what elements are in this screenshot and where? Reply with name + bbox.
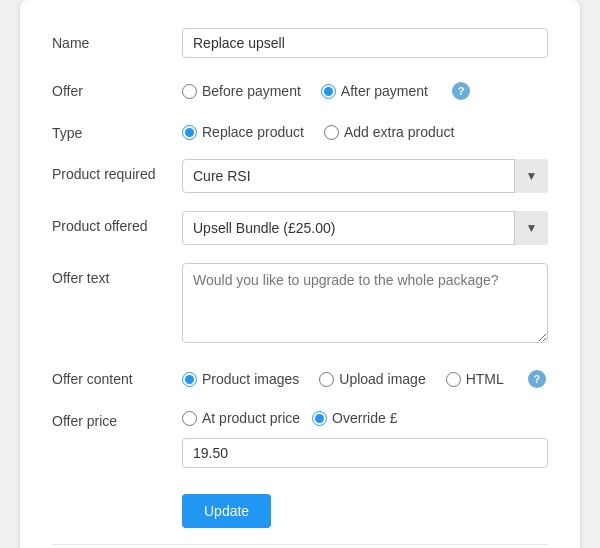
override-price-input[interactable] [182, 438, 548, 468]
content-upload-image-radio[interactable] [319, 372, 334, 387]
type-extra-text: Add extra product [344, 124, 455, 140]
product-offered-row: Product offered Upsell Bundle (£25.00) ▼ [52, 211, 548, 245]
content-upload-image-text: Upload image [339, 371, 425, 387]
type-row: Type Replace product Add extra product [52, 118, 548, 141]
offer-before-radio[interactable] [182, 84, 197, 99]
offer-price-options: At product price Override £ [182, 406, 548, 468]
content-help-icon[interactable]: ? [528, 370, 546, 388]
product-required-label: Product required [52, 159, 182, 182]
product-offered-wrapper: Upsell Bundle (£25.00) ▼ [182, 211, 548, 245]
type-label: Type [52, 118, 182, 141]
type-extra-radio[interactable] [324, 125, 339, 140]
offer-after-radio[interactable] [321, 84, 336, 99]
product-required-select[interactable]: Cure RSI ▼ [182, 159, 548, 193]
price-at-product-label[interactable]: At product price [182, 410, 300, 426]
price-at-product-text: At product price [202, 410, 300, 426]
offer-row: Offer Before payment After payment ? [52, 76, 548, 100]
content-upload-image-label[interactable]: Upload image [319, 371, 425, 387]
content-html-text: HTML [466, 371, 504, 387]
card-footer: View sales stats Delete [52, 544, 548, 548]
update-row: Update [52, 486, 548, 536]
offer-before-text: Before payment [202, 83, 301, 99]
product-required-row: Product required Cure RSI ▼ [52, 159, 548, 193]
price-override-label[interactable]: Override £ [312, 410, 397, 426]
name-input[interactable] [182, 28, 548, 58]
type-options: Replace product Add extra product [182, 118, 548, 140]
product-offered-arrow: ▼ [514, 211, 548, 245]
product-offered-label: Product offered [52, 211, 182, 234]
offer-price-row: Offer price At product price Override £ [52, 406, 548, 468]
offer-label: Offer [52, 76, 182, 99]
offer-before-label[interactable]: Before payment [182, 83, 301, 99]
content-product-images-label[interactable]: Product images [182, 371, 299, 387]
offer-after-label[interactable]: After payment [321, 83, 428, 99]
offer-text-input[interactable] [182, 263, 548, 343]
product-required-value[interactable]: Cure RSI [182, 159, 548, 193]
content-product-images-radio[interactable] [182, 372, 197, 387]
name-row: Name [52, 28, 548, 58]
name-field-wrapper [182, 28, 548, 58]
offer-text-wrapper [182, 263, 548, 346]
price-at-product-radio[interactable] [182, 411, 197, 426]
offer-content-label: Offer content [52, 364, 182, 387]
type-extra-label[interactable]: Add extra product [324, 124, 455, 140]
form-card: Name Offer Before payment After payment … [20, 0, 580, 548]
product-required-wrapper: Cure RSI ▼ [182, 159, 548, 193]
offer-after-text: After payment [341, 83, 428, 99]
offer-text-row: Offer text [52, 263, 548, 346]
update-button[interactable]: Update [182, 494, 271, 528]
offer-price-label: Offer price [52, 406, 182, 429]
name-label: Name [52, 28, 182, 51]
offer-help-icon[interactable]: ? [452, 82, 470, 100]
type-replace-radio[interactable] [182, 125, 197, 140]
content-html-radio[interactable] [446, 372, 461, 387]
type-replace-label[interactable]: Replace product [182, 124, 304, 140]
product-offered-value[interactable]: Upsell Bundle (£25.00) [182, 211, 548, 245]
offer-options: Before payment After payment ? [182, 76, 548, 100]
price-override-radio[interactable] [312, 411, 327, 426]
offer-content-row: Offer content Product images Upload imag… [52, 364, 548, 388]
offer-content-options: Product images Upload image HTML ? [182, 364, 548, 388]
type-replace-text: Replace product [202, 124, 304, 140]
product-offered-select[interactable]: Upsell Bundle (£25.00) ▼ [182, 211, 548, 245]
content-product-images-text: Product images [202, 371, 299, 387]
offer-text-label: Offer text [52, 263, 182, 286]
content-html-label[interactable]: HTML [446, 371, 504, 387]
product-required-arrow: ▼ [514, 159, 548, 193]
price-override-text: Override £ [332, 410, 397, 426]
